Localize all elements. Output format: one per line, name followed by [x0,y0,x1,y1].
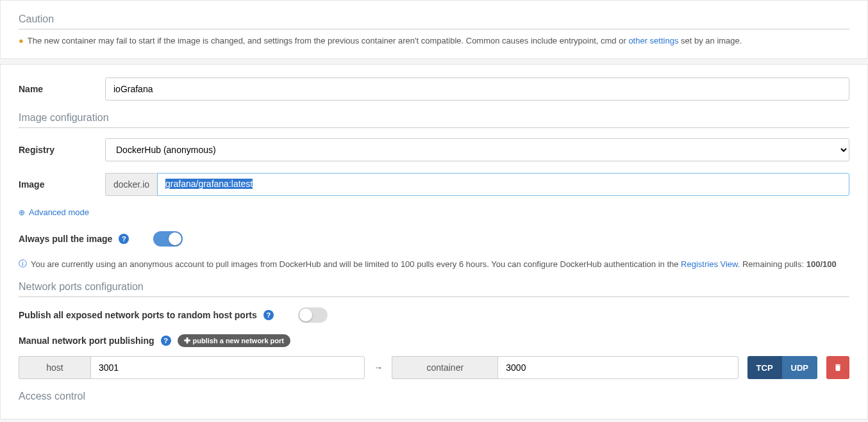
udp-button[interactable]: UDP [782,356,817,379]
help-icon[interactable]: ? [263,310,274,320]
manual-publish-label: Manual network port publishing [19,336,154,346]
always-pull-label: Always pull the image [19,234,112,244]
publish-all-toggle[interactable] [298,307,328,323]
registry-label: Registry [19,145,105,155]
always-pull-row: Always pull the image ? [19,231,849,247]
image-label: Image [19,179,105,190]
host-port-input[interactable] [90,356,365,379]
network-config-title: Network ports configuration [19,281,849,297]
image-config-title: Image configuration [19,112,849,128]
access-control-title: Access control [19,391,849,406]
image-row: Image docker.io grafana/grafana:latest [19,173,849,196]
image-input[interactable]: grafana/grafana:latest [157,173,849,196]
plus-icon: ✚ [184,336,190,345]
publish-all-row: Publish all exposed network ports to ran… [19,307,849,323]
info-icon: ⓘ [19,258,27,270]
manual-publish-row: Manual network port publishing ? ✚ publi… [19,334,849,347]
globe-icon: ⊕ [19,208,25,217]
caution-message: ● The new container may fail to start if… [19,36,849,45]
advanced-mode-link[interactable]: ⊕ Advanced mode [19,207,849,217]
registries-view-link[interactable]: Registries View [681,259,738,269]
delete-port-button[interactable] [826,356,849,379]
container-port-label: container [392,356,497,379]
port-mapping-row: host → container TCP UDP [19,356,849,379]
arrow-icon: → [374,362,383,373]
tcp-button[interactable]: TCP [747,356,782,379]
help-icon[interactable]: ? [161,336,171,346]
container-port-input[interactable] [497,356,738,379]
caution-panel: Caution ● The new container may fail to … [0,0,868,59]
other-settings-link[interactable]: other settings [628,36,678,45]
name-row: Name [19,77,849,101]
caution-title: Caution [19,13,849,29]
name-input[interactable] [105,77,849,101]
registry-select[interactable]: DockerHub (anonymous) [105,138,849,161]
main-form-panel: Name Image configuration Registry Docker… [0,64,868,419]
image-prefix: docker.io [105,173,157,196]
protocol-group: TCP UDP [747,356,817,379]
publish-port-button[interactable]: ✚ publish a new network port [178,334,290,347]
dockerhub-info: ⓘ You are currently using an anonymous a… [19,258,849,270]
host-port-label: host [19,356,90,379]
publish-all-label: Publish all exposed network ports to ran… [19,310,257,320]
help-icon[interactable]: ? [119,234,129,244]
trash-icon [833,363,842,372]
registry-row: Registry DockerHub (anonymous) [19,138,849,161]
warning-icon: ● [19,36,24,45]
remaining-pulls: 100/100 [806,259,837,269]
name-label: Name [19,84,105,94]
always-pull-toggle[interactable] [153,231,183,247]
